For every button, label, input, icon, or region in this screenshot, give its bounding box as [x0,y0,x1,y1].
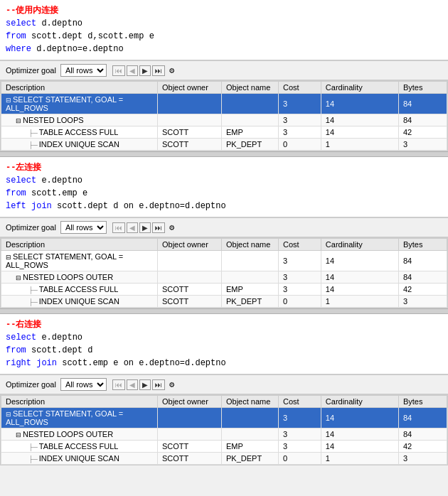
desc-text: NESTED LOOPS OUTER [23,273,113,281]
settings-icon[interactable]: ⚙ [169,65,174,76]
code-line-1: from scott.dept d,scott.emp e [6,30,442,43]
bytes-cell: 42 [398,284,447,296]
cardinality-cell: 1 [321,453,398,465]
table-row[interactable]: ├─TABLE ACCESS FULLSCOTTEMP31442 [1,126,447,139]
bytes-cell: 3 [398,139,447,151]
optimizer-goal-select[interactable]: All rows [60,221,107,234]
settings-icon[interactable]: ⚙ [169,222,174,233]
table-row[interactable]: ├─TABLE ACCESS FULLSCOTTEMP31442 [1,441,447,453]
table-row[interactable]: ⊟SELECT STATEMENT, GOAL = ALL_ROWS31484 [1,408,447,428]
bytes-cell: 84 [398,271,447,284]
nav-buttons: ⏮◀▶⏭ [112,379,165,390]
cardinality-cell: 14 [321,284,398,296]
prev-button[interactable]: ◀ [127,379,138,390]
expand-icon[interactable]: ⊟ [6,411,11,418]
object-name-cell [222,271,279,284]
cardinality-cell: 14 [321,271,398,284]
col-header-1: Object owner [158,396,222,408]
cost-cell: 0 [279,296,321,308]
desc-cell: ⊟NESTED LOOPS OUTER [1,271,158,284]
code-line-1: from scott.dept d [6,344,442,357]
table-row[interactable]: ⊟SELECT STATEMENT, GOAL = ALL_ROWS31484 [1,94,447,114]
plan-table-right-join: DescriptionObject ownerObject nameCostCa… [1,395,447,465]
nav-buttons: ⏮◀▶⏭ [112,222,165,233]
desc-text: NESTED LOOPS [23,116,84,124]
code-text: d.deptno [36,18,82,28]
desc-cell: ├─INDEX UNIQUE SCAN [1,453,158,465]
optimizer-goal-label: Optimizer goal [6,66,56,75]
expand-icon[interactable]: ⊟ [6,254,11,261]
object-name-cell: PK_DEPT [222,139,279,151]
cardinality-cell: 1 [321,296,398,308]
comment-text: --左连接 [6,163,41,173]
settings-icon[interactable]: ⚙ [169,379,174,390]
desc-text: TABLE ACCESS FULL [39,442,119,451]
col-header-0: Description [1,239,158,251]
table-row[interactable]: ⊟NESTED LOOPS OUTER31484 [1,428,447,441]
desc-cell: ⊟SELECT STATEMENT, GOAL = ALL_ROWS [1,94,158,114]
play-button[interactable]: ▶ [139,379,151,390]
col-header-3: Cost [279,239,321,251]
code-area-right-join: --右连接select e.deptnofrom scott.dept drig… [0,314,448,374]
section-separator [0,308,448,314]
expand-icon[interactable]: ⊟ [16,274,21,281]
cost-cell: 3 [279,251,321,271]
expand-icon[interactable]: ⊟ [6,97,11,104]
desc-cell: ⊟NESTED LOOPS OUTER [1,428,158,441]
first-button[interactable]: ⏮ [112,222,125,233]
bytes-cell: 3 [398,296,447,308]
owner-cell: SCOTT [158,296,222,308]
desc-text: SELECT STATEMENT, GOAL = ALL_ROWS [6,252,123,269]
cardinality-cell: 14 [321,126,398,139]
prev-button[interactable]: ◀ [127,222,138,233]
expand-icon[interactable]: ⊟ [16,117,21,124]
table-row[interactable]: ├─INDEX UNIQUE SCANSCOTTPK_DEPT013 [1,139,447,151]
keyword: from [6,188,26,198]
col-header-3: Cost [279,82,321,94]
expand-icon[interactable]: ⊟ [16,431,21,438]
bytes-cell: 84 [398,428,447,441]
comment-text: --右连接 [6,320,41,330]
table-row[interactable]: ⊟SELECT STATEMENT, GOAL = ALL_ROWS31484 [1,251,447,271]
last-button[interactable]: ⏭ [152,65,165,76]
first-button[interactable]: ⏮ [112,65,125,76]
code-line-0: select d.deptno [6,17,442,30]
col-header-1: Object owner [158,239,222,251]
cost-cell: 0 [279,453,321,465]
cardinality-cell: 14 [321,441,398,453]
cardinality-cell: 14 [321,94,398,114]
table-row[interactable]: ⊟NESTED LOOPS OUTER31484 [1,271,447,284]
last-button[interactable]: ⏭ [152,222,165,233]
play-button[interactable]: ▶ [139,65,151,76]
bytes-cell: 84 [398,251,447,271]
bytes-cell: 3 [398,453,447,465]
toolbar-left-join: Optimizer goalAll rows⏮◀▶⏭⚙ [0,217,448,237]
code-text: scott.dept d on e.deptno=d.deptno [52,201,226,211]
desc-text: SELECT STATEMENT, GOAL = ALL_ROWS [6,95,123,112]
prev-button[interactable]: ◀ [127,65,138,76]
desc-cell: ├─INDEX UNIQUE SCAN [1,139,158,151]
table-row[interactable]: ├─TABLE ACCESS FULLSCOTTEMP31442 [1,284,447,296]
code-area-inner-join: --使用内连接select d.deptnofrom scott.dept d,… [0,0,448,60]
col-header-2: Object name [222,82,279,94]
last-button[interactable]: ⏭ [152,379,165,390]
col-header-2: Object name [222,396,279,408]
table-row[interactable]: ├─INDEX UNIQUE SCANSCOTTPK_DEPT013 [1,453,447,465]
desc-cell: ├─TABLE ACCESS FULL [1,441,158,453]
code-text: scott.emp e [26,188,87,198]
comment-line: --右连接 [6,318,442,331]
plan-table-inner-join: DescriptionObject ownerObject nameCostCa… [1,81,447,151]
desc-text: INDEX UNIQUE SCAN [39,140,119,149]
first-button[interactable]: ⏮ [112,379,125,390]
col-header-4: Cardinality [321,82,398,94]
code-line-0: select e.deptno [6,174,442,187]
optimizer-goal-select[interactable]: All rows [60,64,107,77]
code-text: d.deptno=e.deptno [31,44,124,54]
cost-cell: 0 [279,139,321,151]
table-row[interactable]: ├─INDEX UNIQUE SCANSCOTTPK_DEPT013 [1,296,447,308]
play-button[interactable]: ▶ [139,222,151,233]
owner-cell [158,114,222,126]
optimizer-goal-select[interactable]: All rows [60,378,107,391]
owner-cell: SCOTT [158,441,222,453]
table-row[interactable]: ⊟NESTED LOOPS31484 [1,114,447,126]
